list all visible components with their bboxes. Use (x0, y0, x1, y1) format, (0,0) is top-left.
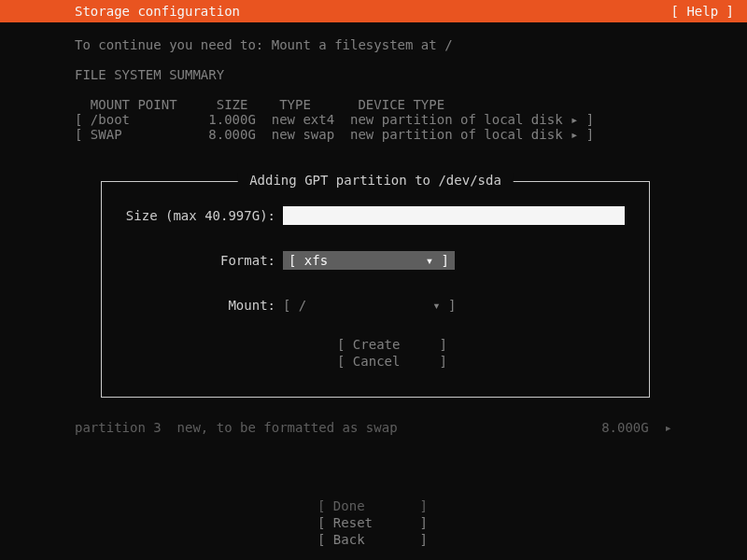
add-partition-dialog: Adding GPT partition to /dev/sda Size (m… (101, 181, 650, 398)
partition-description: partition 3 new, to be formatted as swap (75, 420, 398, 435)
page-title: Storage configuration (75, 4, 240, 19)
table-row[interactable]: [ SWAP 8.000G new swap new partition of … (75, 127, 672, 142)
create-button[interactable]: [ Create ] (337, 337, 628, 354)
help-button[interactable]: [ Help ] (671, 4, 734, 19)
size-input[interactable] (283, 206, 625, 225)
hint-text: To continue you need to: Mount a filesys… (75, 37, 672, 52)
mount-dropdown[interactable]: [ / ▾ ] (283, 296, 456, 315)
back-button[interactable]: [ Back ] (0, 532, 747, 549)
bottom-nav: [ Done ] [ Reset ] [ Back ] (0, 498, 747, 549)
mount-row: Mount: [ / ▾ ] (122, 296, 628, 315)
reset-button[interactable]: [ Reset ] (0, 515, 747, 532)
content-area: To continue you need to: Mount a filesys… (0, 22, 747, 142)
partition-info[interactable]: partition 3 new, to be formatted as swap… (75, 420, 672, 435)
filesystem-table: MOUNT POINT SIZE TYPE DEVICE TYPE [ /boo… (75, 97, 672, 142)
header-bar: Storage configuration [ Help ] (0, 0, 747, 22)
table-row[interactable]: [ /boot 1.000G new ext4 new partition of… (75, 112, 672, 127)
chevron-down-icon: ▾ ] (426, 253, 449, 268)
cancel-button[interactable]: [ Cancel ] (337, 354, 628, 371)
size-label: Size (max 40.997G): (122, 208, 283, 223)
done-button[interactable]: [ Done ] (0, 498, 747, 515)
format-label: Format: (122, 253, 283, 268)
dialog-buttons: [ Create ] [ Cancel ] (337, 337, 628, 371)
mount-label: Mount: (122, 298, 283, 313)
table-header: MOUNT POINT SIZE TYPE DEVICE TYPE (75, 97, 672, 112)
dialog-title: Adding GPT partition to /dev/sda (238, 173, 514, 188)
format-value: [ xfs (289, 253, 328, 268)
size-row: Size (max 40.997G): (122, 206, 628, 225)
format-dropdown[interactable]: [ xfs ▾ ] (283, 251, 455, 270)
section-title: FILE SYSTEM SUMMARY (75, 67, 672, 82)
format-row: Format: [ xfs ▾ ] (122, 251, 628, 270)
partition-size: 8.000G ▸ (601, 420, 672, 435)
